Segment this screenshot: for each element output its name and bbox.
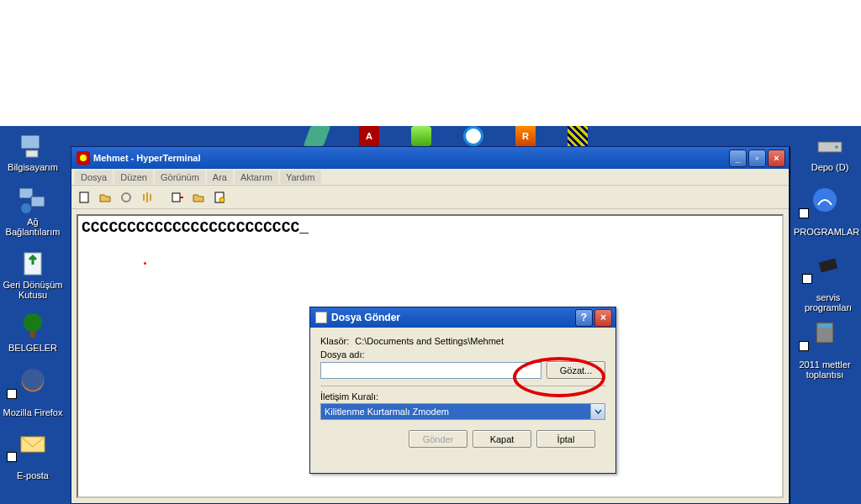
menu-bar: Dosya Düzen Görünüm Ara Aktarım Yardım <box>71 169 789 186</box>
cursor-dot <box>144 262 146 265</box>
tool-open-icon[interactable] <box>96 188 114 207</box>
svg-rect-1 <box>26 150 38 157</box>
protocol-value: Kilitlenme Kurtarmalı Zmodem <box>321 404 590 419</box>
close-dialog-button[interactable]: Kapat <box>473 430 531 448</box>
tool-disconnect-icon[interactable] <box>138 188 156 207</box>
firefox-icon <box>18 365 48 396</box>
shortcut-arrow-icon: ↗ <box>799 208 809 218</box>
send-button[interactable]: Gönder <box>409 430 467 448</box>
filename-label: Dosya adı: <box>320 349 605 360</box>
maximize-button[interactable]: ▫ <box>748 150 766 167</box>
tool-new-icon[interactable] <box>75 188 93 207</box>
svg-rect-3 <box>31 197 45 207</box>
svg-rect-17 <box>80 192 88 202</box>
desktop-icon-meeting[interactable]: ↗ 2011 mettler toplantısı <box>794 318 856 380</box>
tree-icon <box>18 311 48 341</box>
tray-icon[interactable]: R <box>515 126 536 146</box>
icon-label: Bilgisayarım <box>2 162 64 172</box>
tray-icon[interactable] <box>411 126 431 146</box>
browse-button[interactable]: Gözat... <box>547 361 605 379</box>
dialog-icon <box>315 312 327 323</box>
desktop-icon-docs[interactable]: BELGELER <box>2 311 64 353</box>
send-file-dialog: Dosya Gönder ? × Klasör: C:\Documents an… <box>309 307 616 474</box>
icon-label: PROGRAMLAR <box>794 227 856 237</box>
tray-icon[interactable] <box>304 126 331 146</box>
svg-rect-19 <box>172 193 180 202</box>
icon-label: E-posta <box>2 470 64 480</box>
icon-label: 2011 mettler toplantısı <box>794 360 856 380</box>
folder-icon <box>810 185 840 215</box>
desktop-icon-firefox[interactable]: ↗ Mozilla Firefox <box>2 365 64 417</box>
drive-icon <box>815 130 845 160</box>
dialog-titlebar[interactable]: Dosya Gönder ? × <box>310 307 615 328</box>
divider <box>320 386 605 386</box>
protocol-select[interactable]: Kilitlenme Kurtarmalı Zmodem <box>320 403 605 420</box>
svg-point-16 <box>80 155 87 161</box>
folder-label: Klasör: <box>320 336 349 346</box>
terminal-text: CCCCCCCCCCCCCCCCCCCCCCCC_ <box>82 219 309 236</box>
server-icon <box>810 318 840 348</box>
desktop-icon-mycomputer[interactable]: Bilgisayarım <box>2 130 64 172</box>
icon-label: Depo (D) <box>799 162 861 172</box>
desktop-icon-programs[interactable]: ↗ PROGRAMLAR <box>794 185 856 237</box>
shortcut-arrow-icon: ↗ <box>802 274 812 284</box>
icon-label: Mozilla Firefox <box>2 407 64 417</box>
tray-icon[interactable] <box>463 126 483 146</box>
svg-point-18 <box>122 193 130 202</box>
menu-transfer[interactable]: Aktarım <box>235 171 278 184</box>
chevron-down-icon[interactable] <box>590 404 605 419</box>
computer-icon <box>18 130 48 160</box>
svg-rect-15 <box>818 324 832 328</box>
network-icon <box>18 185 48 215</box>
svg-rect-13 <box>819 259 837 273</box>
chip-icon <box>813 250 843 281</box>
window-title: Mehmet - HyperTerminal <box>93 153 729 163</box>
close-button[interactable]: × <box>768 150 785 167</box>
desktop-icon-drive[interactable]: Depo (D) <box>799 130 861 172</box>
svg-rect-9 <box>21 437 45 452</box>
protocol-label: İletişim Kuralı: <box>320 391 605 402</box>
icon-label: Ağ Bağlantılarım <box>2 217 64 237</box>
svg-point-8 <box>21 369 45 392</box>
tool-properties-icon[interactable] <box>210 188 229 207</box>
tool-receive-icon[interactable] <box>189 188 208 207</box>
toolbar <box>71 186 789 209</box>
help-button[interactable]: ? <box>575 309 593 327</box>
shortcut-arrow-icon: ↗ <box>7 452 17 462</box>
tool-connect-icon[interactable] <box>117 188 135 207</box>
menu-view[interactable]: Görünüm <box>155 171 205 184</box>
tray-icons: A R <box>307 126 588 146</box>
svg-rect-0 <box>21 135 40 149</box>
menu-help[interactable]: Yardım <box>280 171 321 184</box>
menu-edit[interactable]: Düzen <box>114 171 153 184</box>
tray-icon[interactable] <box>568 126 588 146</box>
tray-icon[interactable]: A <box>359 126 379 146</box>
window-titlebar[interactable]: Mehmet - HyperTerminal _ ▫ × <box>71 147 789 169</box>
minimize-button[interactable]: _ <box>729 150 747 167</box>
filename-input[interactable] <box>320 362 541 379</box>
icon-label: BELGELER <box>2 343 64 353</box>
icon-label: servis programları <box>797 292 859 312</box>
tool-send-icon[interactable] <box>168 188 187 207</box>
shortcut-arrow-icon: ↗ <box>7 389 17 399</box>
svg-point-7 <box>24 313 42 332</box>
desktop-icon-recycle[interactable]: Geri Dönüşüm Kutusu <box>2 248 64 300</box>
cancel-button[interactable]: İptal <box>536 430 595 448</box>
folder-path: C:\Documents and Settings\Mehmet <box>355 336 504 346</box>
svg-point-4 <box>21 203 31 213</box>
app-icon <box>77 151 90 165</box>
dialog-title: Dosya Gönder <box>331 312 575 323</box>
folder-row: Klasör: C:\Documents and Settings\Mehmet <box>320 336 605 346</box>
svg-point-21 <box>219 197 224 202</box>
svg-point-11 <box>835 145 838 149</box>
icon-label: Geri Dönüşüm Kutusu <box>2 280 64 300</box>
recycle-icon <box>18 248 48 278</box>
desktop-icon-network[interactable]: Ağ Bağlantılarım <box>2 185 64 237</box>
email-icon <box>18 428 48 459</box>
desktop-icon-email[interactable]: ↗ E-posta <box>2 428 64 480</box>
menu-file[interactable]: Dosya <box>75 171 113 184</box>
menu-call[interactable]: Ara <box>207 171 233 184</box>
desktop-icon-service[interactable]: ↗ servis programları <box>797 250 859 312</box>
shortcut-arrow-icon: ↗ <box>799 341 809 351</box>
dialog-close-button[interactable]: × <box>594 309 612 327</box>
